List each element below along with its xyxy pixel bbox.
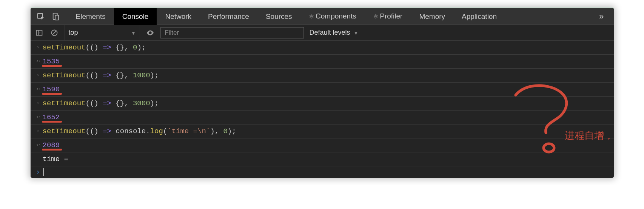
levels-label: Default levels (309, 29, 350, 36)
svg-rect-3 (36, 30, 42, 35)
console-log-text: time = (43, 154, 68, 164)
console-input-code: setTimeout(() => console.log(`time =\n`)… (43, 126, 236, 137)
console-toolbar: top ▼ Default levels ▼ (31, 25, 614, 41)
tab-sources[interactable]: Sources (257, 8, 300, 25)
console-output: 1590 (43, 84, 60, 95)
inspect-icon-group (34, 12, 64, 22)
console-input-code: setTimeout(() => {}, 1000); (43, 70, 159, 81)
prompt-chevron-icon: › (34, 168, 43, 176)
console-row: ›setTimeout(() => {}, 0); (31, 41, 614, 55)
console-row: time = (31, 152, 614, 166)
tab-profiler[interactable]: Profiler (365, 8, 411, 25)
input-chevron-icon: › (34, 70, 43, 81)
console-prompt[interactable]: › (31, 166, 614, 178)
console-input-code: setTimeout(() => {}, 0); (43, 42, 146, 53)
output-chevron-icon: ‹· (34, 56, 43, 67)
return-value: 2089 (43, 141, 60, 149)
return-value: 1535 (43, 57, 60, 66)
live-expression-icon[interactable] (145, 28, 155, 38)
console-input-code: setTimeout(() => {}, 3000); (43, 98, 159, 109)
tab-memory[interactable]: Memory (411, 8, 453, 25)
chevron-down-icon: ▼ (131, 30, 136, 36)
return-value: 1652 (43, 113, 60, 121)
tab-network[interactable]: Network (157, 8, 200, 25)
tab-console[interactable]: Console (114, 8, 157, 25)
execution-context-select[interactable]: top ▼ (65, 25, 140, 40)
console-log-area[interactable]: ›setTimeout(() => {}, 0);‹·1535›setTimeo… (31, 41, 614, 178)
chevron-down-icon: ▼ (353, 30, 358, 36)
console-row: ‹·1590 (31, 83, 614, 97)
console-output: 1652 (43, 112, 60, 123)
console-row: ‹·1535 (31, 55, 614, 69)
tab-components[interactable]: Components (300, 8, 365, 25)
return-value: 1590 (43, 85, 60, 94)
context-label: top (69, 29, 78, 37)
input-chevron-icon: › (34, 126, 43, 137)
tabs-overflow-icon[interactable]: » (593, 12, 610, 22)
text-cursor (43, 168, 44, 176)
output-chevron-icon: ‹· (34, 84, 43, 95)
output-chevron-icon: ‹· (34, 140, 43, 151)
log-levels-select[interactable]: Default levels ▼ (309, 29, 358, 37)
console-row: ›setTimeout(() => {}, 3000); (31, 97, 614, 111)
inspect-element-icon[interactable] (36, 12, 46, 22)
device-toggle-icon[interactable] (51, 12, 61, 22)
console-row: ‹·1652 (31, 111, 614, 124)
console-row: ›setTimeout(() => {}, 1000); (31, 69, 614, 83)
tab-performance[interactable]: Performance (200, 8, 257, 25)
console-output: 2089 (43, 140, 60, 151)
console-row: ‹·2089 (31, 138, 614, 152)
console-row: ›setTimeout(() => console.log(`time =\n`… (31, 124, 614, 138)
tab-application[interactable]: Application (453, 8, 505, 25)
svg-point-7 (150, 32, 151, 34)
svg-line-6 (52, 31, 56, 35)
devtools-window: Elements Console Network Performance Sou… (31, 8, 614, 178)
output-chevron-icon: ‹· (34, 112, 43, 123)
devtools-tabs-bar: Elements Console Network Performance Sou… (31, 8, 614, 25)
svg-rect-2 (55, 15, 59, 20)
console-output: 1535 (43, 56, 60, 67)
input-chevron-icon: › (34, 42, 43, 53)
clear-console-icon[interactable] (49, 28, 59, 38)
input-chevron-icon: › (34, 98, 43, 109)
tab-elements[interactable]: Elements (68, 8, 114, 25)
filter-input[interactable] (160, 27, 304, 38)
sidebar-toggle-icon[interactable] (34, 28, 44, 38)
